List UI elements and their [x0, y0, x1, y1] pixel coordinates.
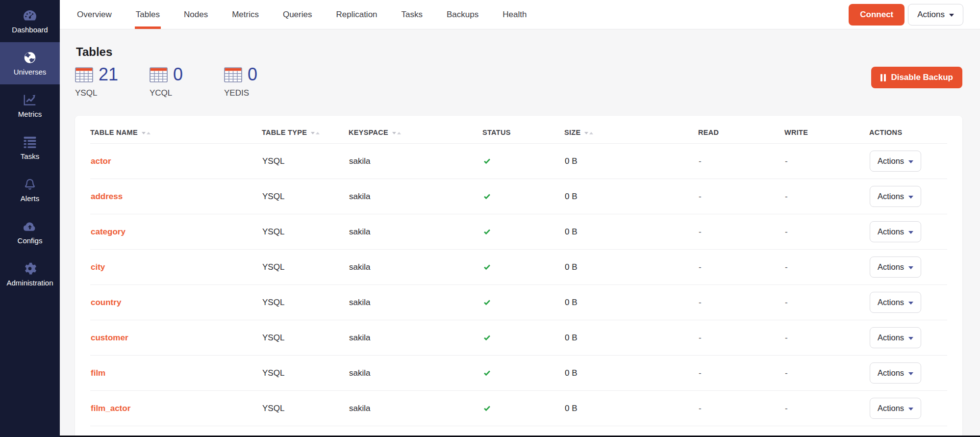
- column-header-keyspace[interactable]: KEYSPACE: [349, 116, 482, 144]
- table-grid-icon: [75, 67, 93, 82]
- connect-button[interactable]: Connect: [849, 4, 905, 26]
- tab-overview[interactable]: Overview: [77, 0, 112, 29]
- write-cell: -: [784, 179, 869, 214]
- sidebar-item-alerts[interactable]: Alerts: [0, 169, 60, 211]
- row-actions-button[interactable]: Actions: [870, 257, 921, 278]
- tables-table: TABLE NAME TABLE TYPE KEYSPACE STATUS SI…: [90, 116, 947, 426]
- table-row: address YSQL sakila 0 B - - Actions: [90, 179, 947, 214]
- bell-icon: [23, 178, 37, 191]
- sidebar: Dashboard Universes Metrics Tasks Alerts…: [0, 0, 60, 437]
- read-cell: -: [698, 391, 784, 426]
- table-name-link[interactable]: customer: [91, 333, 128, 342]
- table-row: actor YSQL sakila 0 B - - Actions: [90, 144, 947, 179]
- tab-metrics[interactable]: Metrics: [232, 0, 259, 29]
- row-actions-button[interactable]: Actions: [870, 292, 921, 313]
- stat-ysql: 21 YSQL: [75, 66, 150, 98]
- status-check-icon: [483, 228, 564, 236]
- tab-nodes[interactable]: Nodes: [184, 0, 208, 29]
- table-name-link[interactable]: category: [91, 227, 126, 236]
- write-cell: -: [784, 356, 869, 391]
- sidebar-item-administration[interactable]: Administration: [0, 253, 60, 295]
- sort-desc-icon[interactable]: [584, 132, 588, 134]
- table-type-cell: YSQL: [262, 320, 349, 356]
- sidebar-item-label: Tasks: [21, 152, 39, 160]
- column-header-table-name[interactable]: TABLE NAME: [90, 116, 262, 144]
- row-actions-button[interactable]: Actions: [870, 327, 921, 348]
- table-type-cell: YSQL: [262, 144, 349, 179]
- universe-actions-button[interactable]: Actions: [908, 4, 963, 26]
- disable-backup-button[interactable]: Disable Backup: [871, 67, 962, 88]
- column-header-read[interactable]: READ: [698, 116, 784, 144]
- tab-health[interactable]: Health: [503, 0, 527, 29]
- size-cell: 0 B: [564, 391, 698, 426]
- chevron-down-icon: [908, 372, 913, 375]
- sidebar-item-metrics[interactable]: Metrics: [0, 84, 60, 127]
- sort-desc-icon[interactable]: [311, 132, 315, 134]
- tab-queries[interactable]: Queries: [283, 0, 312, 29]
- read-cell: -: [698, 250, 784, 285]
- sidebar-item-dashboard[interactable]: Dashboard: [0, 0, 60, 42]
- table-name-link[interactable]: film: [91, 368, 105, 378]
- keyspace-cell: sakila: [349, 320, 482, 356]
- size-cell: 0 B: [564, 285, 698, 320]
- chevron-down-icon: [908, 266, 913, 269]
- status-check-icon: [483, 193, 564, 201]
- table-type-cell: YSQL: [262, 250, 349, 285]
- table-name-link[interactable]: country: [91, 298, 121, 307]
- sidebar-item-configs[interactable]: Configs: [0, 211, 60, 253]
- tab-tasks[interactable]: Tasks: [402, 0, 423, 29]
- table-name-link[interactable]: film_actor: [91, 404, 130, 413]
- keyspace-cell: sakila: [349, 285, 482, 320]
- write-cell: -: [784, 144, 869, 179]
- column-header-actions[interactable]: ACTIONS: [869, 116, 947, 144]
- table-type-cell: YSQL: [262, 285, 349, 320]
- sort-asc-icon[interactable]: [316, 132, 320, 134]
- sidebar-item-label: Metrics: [18, 110, 42, 118]
- table-header-row: TABLE NAME TABLE TYPE KEYSPACE STATUS SI…: [90, 116, 947, 144]
- table-name-link[interactable]: address: [91, 192, 123, 201]
- column-header-status[interactable]: STATUS: [482, 116, 564, 144]
- size-cell: 0 B: [564, 250, 698, 285]
- row-actions-button[interactable]: Actions: [870, 362, 921, 384]
- sort-icons[interactable]: [392, 132, 401, 134]
- page-title: Tables: [76, 45, 962, 59]
- chevron-down-icon: [908, 408, 913, 411]
- tab-replication[interactable]: Replication: [336, 0, 377, 29]
- table-row: category YSQL sakila 0 B - - Actions: [90, 214, 947, 250]
- column-header-table-type[interactable]: TABLE TYPE: [262, 116, 349, 144]
- read-cell: -: [698, 320, 784, 356]
- row-actions-button[interactable]: Actions: [870, 186, 921, 207]
- tab-tables[interactable]: Tables: [136, 0, 160, 29]
- sort-asc-icon[interactable]: [147, 132, 151, 134]
- status-check-icon: [483, 263, 564, 271]
- table-name-link[interactable]: city: [91, 262, 105, 272]
- sort-icons[interactable]: [311, 132, 320, 134]
- chevron-down-icon: [908, 302, 913, 305]
- table-body: actor YSQL sakila 0 B - - Actions addres…: [90, 144, 947, 426]
- row-actions-button[interactable]: Actions: [870, 398, 921, 419]
- row-actions-button[interactable]: Actions: [870, 221, 921, 242]
- sort-asc-icon[interactable]: [397, 132, 401, 134]
- row-actions-button[interactable]: Actions: [870, 151, 921, 172]
- size-cell: 0 B: [564, 320, 698, 356]
- sort-icons[interactable]: [142, 132, 151, 134]
- keyspace-cell: sakila: [349, 179, 482, 214]
- sidebar-item-tasks[interactable]: Tasks: [0, 127, 60, 169]
- sort-icons[interactable]: [584, 132, 593, 134]
- sort-desc-icon[interactable]: [392, 132, 396, 134]
- size-cell: 0 B: [564, 179, 698, 214]
- column-header-size[interactable]: SIZE: [564, 116, 698, 144]
- sort-desc-icon[interactable]: [142, 132, 146, 134]
- chevron-down-icon: [949, 14, 954, 17]
- tab-backups[interactable]: Backups: [447, 0, 478, 29]
- read-cell: -: [698, 285, 784, 320]
- column-header-write[interactable]: WRITE: [784, 116, 869, 144]
- pause-icon: [880, 74, 886, 81]
- write-cell: -: [784, 285, 869, 320]
- sort-asc-icon[interactable]: [589, 132, 593, 134]
- table-grid-icon: [224, 67, 242, 82]
- table-name-link[interactable]: actor: [91, 156, 111, 166]
- task-list-icon: [23, 135, 37, 149]
- sidebar-item-universes[interactable]: Universes: [0, 42, 60, 84]
- keyspace-cell: sakila: [349, 391, 482, 426]
